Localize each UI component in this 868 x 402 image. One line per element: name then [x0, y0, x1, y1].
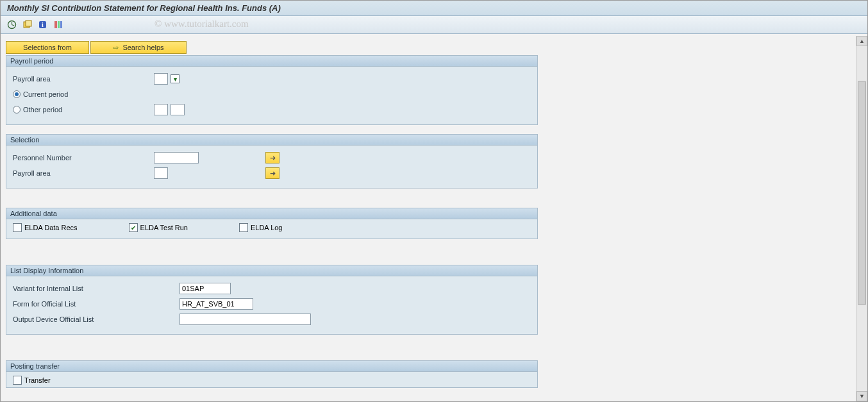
- svg-rect-7: [54, 21, 57, 28]
- scroll-thumb[interactable]: [858, 81, 866, 305]
- checkbox-icon: [239, 223, 248, 232]
- label-personnel-number: Personnel Number: [13, 154, 154, 162]
- current-period-label: Current period: [23, 90, 68, 98]
- variant-icon[interactable]: [21, 19, 33, 31]
- group-header-payroll: Payroll period: [6, 56, 537, 67]
- elda-test-label: ELDA Test Run: [140, 224, 188, 231]
- checkbox-icon: [13, 223, 22, 232]
- selection-buttons-row: Selections from ⇨ Search helps: [6, 41, 851, 54]
- main-content: Selections from ⇨ Search helps Payroll p…: [1, 36, 856, 401]
- label-form: Form for Official List: [13, 300, 179, 308]
- checkbox-elda-test[interactable]: ✔ ELDA Test Run: [129, 223, 188, 232]
- group-header-posting: Posting transfer: [6, 361, 537, 372]
- multiple-selection-button-2[interactable]: ➜: [265, 167, 280, 179]
- svg-rect-4: [26, 21, 31, 26]
- arrow-right-icon: ➜: [270, 169, 276, 178]
- label-output: Output Device Official List: [13, 315, 179, 323]
- scroll-down-icon[interactable]: ▼: [856, 391, 867, 401]
- page-title: Monthly SI Contribution Statement for Re…: [1, 1, 867, 16]
- checkbox-elda-log[interactable]: ELDA Log: [239, 223, 283, 232]
- checkbox-icon: [13, 376, 22, 385]
- execute-icon[interactable]: [6, 19, 17, 31]
- other-period-label: Other period: [23, 106, 62, 113]
- group-selection: Selection Personnel Number ➜ Payroll are…: [6, 134, 538, 188]
- info-icon[interactable]: i: [37, 19, 48, 31]
- checkbox-elda-recs[interactable]: ELDA Data Recs: [13, 223, 78, 232]
- payroll-area-input[interactable]: [154, 73, 168, 85]
- multiple-selection-button[interactable]: ➜: [265, 152, 280, 163]
- output-device-input[interactable]: [179, 314, 311, 325]
- elda-recs-label: ELDA Data Recs: [24, 224, 78, 231]
- svg-rect-9: [60, 21, 62, 28]
- svg-text:i: i: [42, 21, 44, 28]
- checkbox-icon: ✔: [129, 223, 138, 232]
- scroll-up-icon[interactable]: ▲: [856, 36, 867, 46]
- arrow-right-icon: ➜: [270, 154, 276, 162]
- radio-other-period[interactable]: Other period: [13, 106, 154, 113]
- group-header-list-display: List Display Information: [6, 265, 537, 276]
- group-header-additional: Additional data: [6, 208, 537, 219]
- svg-line-2: [12, 25, 14, 26]
- form-input[interactable]: [179, 298, 253, 310]
- search-helps-button[interactable]: ⇨ Search helps: [90, 41, 187, 54]
- label-payroll-area-2: Payroll area: [13, 169, 154, 177]
- radio-icon: [13, 90, 21, 98]
- label-variant: Variant for Internal List: [13, 285, 179, 292]
- label-payroll-area: Payroll area: [13, 75, 154, 83]
- personnel-number-input[interactable]: [154, 152, 199, 163]
- group-header-selection: Selection: [6, 135, 537, 146]
- selections-from-button[interactable]: Selections from: [6, 41, 89, 54]
- radio-icon: [13, 106, 21, 113]
- other-period-input-2[interactable]: [171, 104, 185, 115]
- payroll-area-search-help-icon[interactable]: ▾: [171, 74, 179, 83]
- radio-current-period[interactable]: Current period: [13, 90, 154, 98]
- arrow-right-icon: ⇨: [113, 44, 119, 52]
- elda-log-label: ELDA Log: [251, 224, 283, 231]
- application-toolbar: i © www.tutorialkart.com: [1, 16, 867, 34]
- vertical-scrollbar[interactable]: ▲ ▼: [856, 36, 867, 401]
- group-payroll-period: Payroll period Payroll area ▾ Current pe…: [6, 55, 538, 125]
- svg-rect-8: [58, 21, 60, 28]
- group-list-display: List Display Information Variant for Int…: [6, 265, 538, 335]
- group-additional-data: Additional data ELDA Data Recs ✔ ELDA Te…: [6, 208, 538, 239]
- search-helps-label: Search helps: [122, 44, 163, 51]
- other-period-input-1[interactable]: [154, 104, 168, 115]
- transfer-label: Transfer: [24, 376, 51, 384]
- layout-icon[interactable]: [52, 19, 63, 31]
- payroll-area-input-2[interactable]: [154, 167, 168, 179]
- variant-input[interactable]: [179, 283, 231, 294]
- group-posting-transfer: Posting transfer Transfer: [6, 360, 538, 388]
- checkbox-transfer[interactable]: Transfer: [13, 376, 531, 385]
- watermark-text: © www.tutorialkart.com: [154, 19, 249, 29]
